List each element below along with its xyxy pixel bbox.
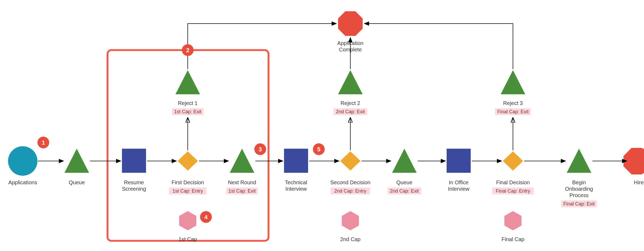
- svg-point-0: [8, 146, 37, 176]
- label-cap-1: 1st Cap: [179, 236, 197, 242]
- svg-rect-2: [122, 149, 146, 173]
- svg-marker-14: [392, 149, 417, 173]
- label-begin-onboarding-1: Begin: [572, 179, 586, 185]
- svg-marker-28: [504, 211, 522, 230]
- label-queue-2: Queue: [396, 179, 412, 185]
- tag-next-round: 1st Cap: Exit: [228, 188, 256, 194]
- node-in-office-interview: In Office Interview: [447, 149, 471, 192]
- label-final-decision: Final Decision: [496, 179, 530, 185]
- svg-marker-26: [179, 211, 196, 230]
- svg-marker-21: [567, 149, 591, 173]
- label-in-office-interview-2: Interview: [448, 186, 470, 192]
- tag-reject-3: Final Cap: Exit: [497, 109, 528, 114]
- svg-text:1: 1: [42, 139, 45, 146]
- svg-text:3: 3: [259, 146, 262, 153]
- svg-rect-9: [284, 149, 308, 173]
- label-technical-interview-2: Interview: [285, 186, 307, 192]
- svg-marker-5: [175, 70, 200, 94]
- label-in-office-interview-1: In Office: [449, 179, 469, 185]
- node-reject-2: Reject 2 2nd Cap: Exit: [333, 70, 367, 115]
- node-cap-1: 1st Cap: [179, 211, 197, 242]
- label-queue-1: Queue: [69, 179, 85, 185]
- node-technical-interview: Technical Interview: [284, 149, 308, 192]
- callout-3: 3: [254, 143, 266, 155]
- label-resume-screening-1: Resume: [124, 179, 144, 185]
- label-next-round: Next Round: [228, 179, 256, 185]
- label-technical-interview-1: Technical: [285, 179, 307, 185]
- tag-reject-1: 1st Cap: Exit: [174, 109, 201, 114]
- node-second-decision: Second Decision 2nd Cap: Entry: [330, 151, 370, 194]
- callout-1: 1: [37, 137, 49, 148]
- label-second-decision: Second Decision: [330, 179, 370, 185]
- node-hired: Hired: [623, 148, 644, 185]
- edge-reject1-to-complete: [188, 24, 336, 69]
- label-reject-1: Reject 1: [178, 100, 197, 106]
- node-cap-2: 2nd Cap: [340, 211, 361, 242]
- label-cap-3: Final Cap: [501, 236, 524, 242]
- edge-reject3-to-complete: [364, 24, 513, 69]
- node-reject-1: Reject 1 1st Cap: Exit: [172, 70, 204, 115]
- svg-marker-19: [501, 70, 525, 94]
- tag-first-decision: 1st Cap: Entry: [172, 188, 203, 194]
- svg-marker-17: [503, 151, 523, 171]
- label-begin-onboarding-3: Process: [569, 192, 589, 198]
- tag-reject-2: 2nd Cap: Exit: [336, 109, 365, 114]
- svg-rect-16: [447, 149, 471, 173]
- label-reject-2: Reject 2: [340, 100, 360, 106]
- label-first-decision: First Decision: [171, 179, 204, 185]
- svg-text:2: 2: [186, 47, 189, 54]
- node-cap-3: Final Cap: [501, 211, 524, 242]
- label-hired: Hired: [634, 179, 644, 185]
- svg-marker-7: [230, 149, 254, 173]
- label-reject-3: Reject 3: [503, 100, 523, 106]
- node-first-decision: First Decision 1st Cap: Entry: [169, 151, 206, 194]
- node-final-decision: Final Decision Final Cap: Entry: [492, 151, 534, 194]
- hiring-process-diagram: Applications Queue Resume Screening Firs…: [0, 0, 644, 251]
- node-begin-onboarding: Begin Onboarding Process Final Cap: Exit: [561, 149, 597, 207]
- svg-marker-25: [338, 11, 363, 36]
- svg-marker-1: [64, 149, 89, 173]
- tag-begin-onboarding: Final Cap: Exit: [563, 201, 595, 207]
- node-reject-3: Reject 3 Final Cap: Exit: [495, 70, 531, 115]
- svg-marker-12: [338, 70, 363, 94]
- tag-second-decision: 2nd Cap: Entry: [334, 188, 366, 194]
- svg-marker-3: [178, 151, 198, 171]
- svg-marker-10: [340, 151, 361, 171]
- svg-text:5: 5: [317, 146, 320, 153]
- callout-2: 2: [182, 44, 194, 56]
- callout-4: 4: [200, 211, 212, 223]
- label-begin-onboarding-2: Onboarding: [565, 186, 593, 192]
- label-resume-screening-2: Screening: [122, 186, 146, 192]
- node-next-round: Next Round 1st Cap: Exit: [226, 149, 258, 194]
- label-applications: Applications: [8, 179, 37, 185]
- svg-text:4: 4: [204, 214, 208, 220]
- tag-final-decision: Final Cap: Entry: [496, 188, 530, 194]
- callout-5: 5: [313, 143, 325, 155]
- svg-marker-27: [342, 211, 359, 230]
- tag-queue-2: 2nd Cap: Exit: [390, 188, 419, 194]
- node-queue-1: Queue: [64, 149, 89, 185]
- node-applications: Applications: [8, 146, 37, 185]
- node-queue-2: Queue 2nd Cap: Exit: [388, 149, 421, 194]
- node-resume-screening: Resume Screening: [122, 149, 146, 192]
- label-cap-2: 2nd Cap: [340, 236, 361, 242]
